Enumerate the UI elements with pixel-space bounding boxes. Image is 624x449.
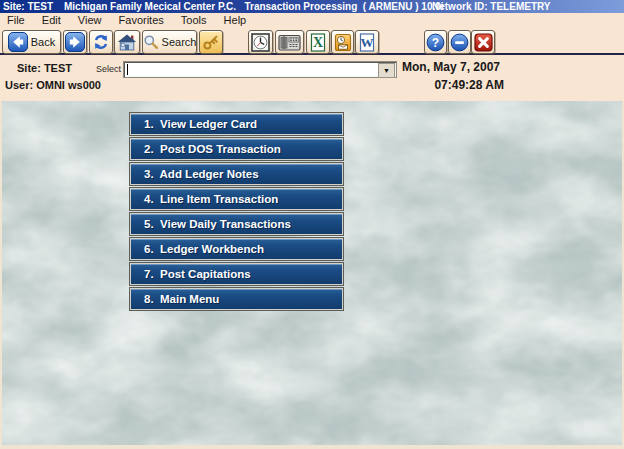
- phone-terminal-icon: [278, 33, 301, 52]
- search-button-label: Search: [162, 36, 197, 48]
- toolbar: Back: [0, 28, 624, 55]
- menu-edit[interactable]: Edit: [35, 13, 68, 28]
- menu-button-line-item-transaction[interactable]: 4. Line Item Transaction: [130, 188, 343, 210]
- excel-icon: X: [309, 33, 327, 52]
- back-button-label: Back: [31, 36, 55, 48]
- back-arrow-icon: [8, 32, 28, 52]
- select-label: Select: [96, 64, 121, 74]
- menu-bar: File Edit View Favorites Tools Help: [0, 13, 624, 28]
- menu-favorites[interactable]: Favorites: [112, 13, 171, 28]
- menu-file[interactable]: File: [0, 13, 32, 28]
- minimize-button[interactable]: [448, 30, 471, 54]
- combobox-dropdown-button[interactable]: ▼: [378, 63, 395, 78]
- outlook-button[interactable]: [331, 30, 354, 54]
- menu-button-post-dos-transaction[interactable]: 2. Post DOS Transaction: [130, 138, 343, 160]
- menu-button-add-ledger-notes[interactable]: 3. Add Ledger Notes: [130, 163, 343, 185]
- menu-tools[interactable]: Tools: [174, 13, 214, 28]
- current-time: 07:49:28 AM: [400, 78, 504, 92]
- current-date: Mon, May 7, 2007: [402, 60, 500, 74]
- key-icon: [202, 33, 220, 51]
- menu-button-view-daily-transactions[interactable]: 5. View Daily Transactions: [130, 213, 343, 235]
- menu-view[interactable]: View: [71, 13, 109, 28]
- title-bar: Site: TEST Michigan Family Mecical Cente…: [0, 0, 624, 13]
- key-button[interactable]: [199, 30, 223, 54]
- menu-button-main-menu[interactable]: 8. Main Menu: [130, 288, 343, 310]
- menu-button-ledger-workbench[interactable]: 6. Ledger Workbench: [130, 238, 343, 260]
- titlebar-app-title: Michigan Family Mecical Center P.C. Tran…: [64, 0, 444, 13]
- search-button[interactable]: Search: [142, 30, 197, 54]
- refresh-icon: [92, 33, 110, 51]
- svg-text:X: X: [313, 35, 323, 50]
- select-combobox[interactable]: ▼: [123, 61, 397, 78]
- chevron-down-icon: ▼: [383, 67, 390, 74]
- forward-button[interactable]: [63, 30, 87, 54]
- menu-help[interactable]: Help: [217, 13, 254, 28]
- application-window: Site: TEST Michigan Family Mecical Cente…: [0, 0, 624, 449]
- search-magnifier-icon: [143, 34, 159, 50]
- titlebar-network-id: Network ID: TELEMETRY: [432, 0, 551, 13]
- user-label: User: OMNI ws000: [5, 79, 101, 91]
- back-button[interactable]: Back: [2, 30, 61, 54]
- text-cursor: [127, 64, 128, 75]
- home-button[interactable]: [114, 30, 140, 54]
- phone-terminal-button[interactable]: [275, 30, 304, 54]
- svg-text:?: ?: [432, 35, 439, 49]
- clock-button[interactable]: [248, 30, 273, 54]
- clock-icon: [251, 33, 270, 52]
- session-header: Site: TEST Select ▼ Mon, May 7, 2007 07:…: [0, 55, 624, 103]
- home-icon: [117, 33, 137, 51]
- main-menu-area: 1. View Ledger Card 2. Post DOS Transact…: [0, 101, 624, 449]
- menu-button-view-ledger-card[interactable]: 1. View Ledger Card: [130, 113, 343, 135]
- minimize-icon: [450, 33, 469, 52]
- refresh-button[interactable]: [89, 30, 113, 54]
- word-button[interactable]: W: [355, 30, 379, 54]
- close-button[interactable]: [471, 30, 495, 54]
- titlebar-site: Site: TEST: [3, 0, 53, 13]
- help-button[interactable]: ?: [424, 30, 447, 54]
- site-label: Site: TEST: [17, 62, 72, 74]
- outlook-icon: [334, 33, 352, 52]
- word-icon: W: [358, 33, 376, 52]
- menu-button-post-capitations[interactable]: 7. Post Capitations: [130, 263, 343, 285]
- forward-arrow-icon: [65, 32, 85, 52]
- svg-text:W: W: [361, 35, 374, 50]
- help-icon: ?: [426, 33, 445, 52]
- close-icon: [474, 33, 493, 52]
- excel-button[interactable]: X: [306, 30, 330, 54]
